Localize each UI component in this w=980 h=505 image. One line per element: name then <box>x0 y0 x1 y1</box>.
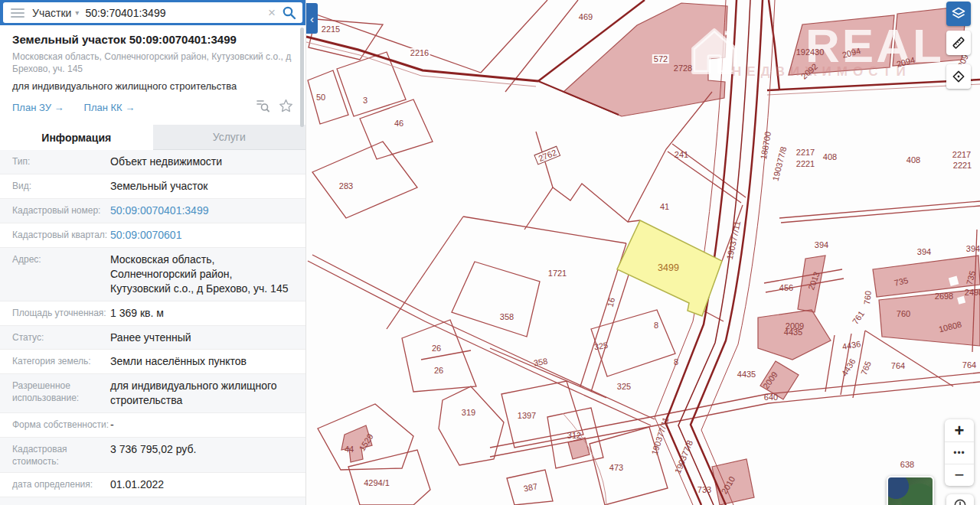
plan-kk-link[interactable]: План КК → <box>84 102 136 113</box>
field-value: Московская область, Солнечногорский райо… <box>110 252 293 296</box>
field-value: 01.01.2022 <box>110 477 164 492</box>
object-address-subtitle: Московская область, Солнечногорский райо… <box>12 50 293 75</box>
table-row: Площадь уточненная:1 369 кв. м <box>0 301 305 326</box>
table-row: дата определения:01.01.2022 <box>0 473 305 497</box>
chevron-down-icon: ▾ <box>75 8 79 17</box>
field-value: для индивидуального жилищного строительс… <box>110 379 293 408</box>
measure-ruler-button[interactable] <box>946 31 971 55</box>
search-bar: Участки ▾ × <box>0 0 305 25</box>
locate-crosshair-button[interactable] <box>946 64 971 89</box>
field-value: - <box>110 502 114 505</box>
field-label: дата определения: <box>12 477 110 492</box>
map-canvas[interactable]: REAL НЕДВИЖИМОСТИ 2215221646950346283572… <box>306 0 980 505</box>
field-label: Кадастровый квартал: <box>12 228 110 243</box>
favorite-star-icon[interactable] <box>279 99 293 116</box>
table-row: Кадастровая стоимость:3 736 795,02 руб. <box>0 438 305 473</box>
field-label: Вид: <box>12 179 110 194</box>
collapse-panel-button[interactable]: ‹ <box>306 3 318 34</box>
field-label: Форма собственности: <box>12 418 110 432</box>
search-box: Участки ▾ × <box>3 2 302 23</box>
table-row: Адрес:Московская область, Солнечногорски… <box>0 248 305 301</box>
table-row: Статус:Ранее учтенный <box>0 326 305 350</box>
field-value: Земли населённых пунктов <box>110 354 247 369</box>
field-label: Площадь уточненная: <box>12 306 110 321</box>
plan-links-row: План ЗУ → План КК → <box>12 99 293 116</box>
field-label: Разрешенное использование: <box>12 379 110 408</box>
field-value: 3 736 795,02 руб. <box>110 442 196 468</box>
field-label: Адрес: <box>12 252 110 296</box>
table-row: Форма собственности:- <box>0 413 305 438</box>
search-type-select[interactable]: Участки ▾ <box>32 7 79 19</box>
tab-services[interactable]: Услуги <box>153 125 306 150</box>
field-value-link[interactable]: 50:09:0070401:3499 <box>110 204 208 218</box>
zoom-out-button[interactable]: − <box>945 464 974 486</box>
zoom-control: + ••• − <box>945 419 974 486</box>
table-row: дата утверждения:- <box>0 497 305 505</box>
preview-search-icon[interactable] <box>255 99 270 116</box>
table-row: Разрешенное использование:для индивидуал… <box>0 374 305 413</box>
object-header: Земельный участок 50:09:0070401:3499 Мос… <box>0 25 305 122</box>
satellite-layer-button[interactable] <box>887 476 934 505</box>
panel-tabs: Информация Услуги <box>0 125 305 150</box>
search-type-label: Участки <box>32 7 71 19</box>
field-label: Кадастровая стоимость: <box>12 442 110 468</box>
attribution-button[interactable] <box>946 494 974 505</box>
more-options-button[interactable]: ••• <box>945 441 974 464</box>
field-value: Земельный участок <box>110 179 207 194</box>
field-label: Категория земель: <box>12 354 110 369</box>
field-label: Статус: <box>12 331 110 345</box>
field-label: Кадастровый номер: <box>12 204 110 218</box>
field-value: Объект недвижимости <box>110 155 222 169</box>
table-row: Кадастровый номер:50:09:0070401:3499 <box>0 199 305 223</box>
field-value: Ранее учтенный <box>110 331 191 345</box>
permitted-use-text: для индивидуального жилищного строительс… <box>12 80 293 92</box>
clear-search-icon[interactable]: × <box>268 6 276 19</box>
plan-zu-link[interactable]: План ЗУ → <box>12 102 64 113</box>
zoom-in-button[interactable]: + <box>945 419 974 441</box>
search-icon[interactable] <box>282 5 296 20</box>
page-title: Земельный участок 50:09:0070401:3499 <box>12 33 293 46</box>
table-row: Категория земель:Земли населённых пункто… <box>0 350 305 374</box>
field-label: Тип: <box>12 155 110 169</box>
table-row: Кадастровый квартал:50:09:0070601 <box>0 223 305 248</box>
table-row: Вид:Земельный участок <box>0 174 305 199</box>
search-input[interactable] <box>85 7 262 19</box>
cadastral-lines-layer <box>306 0 980 505</box>
field-label: дата утверждения: <box>12 502 110 505</box>
field-value: 1 369 кв. м <box>110 306 164 321</box>
table-row: Тип:Объект недвижимости <box>0 150 305 174</box>
panel-scrollbar-thumb[interactable] <box>300 28 304 127</box>
field-value-link[interactable]: 50:09:0070601 <box>110 228 181 243</box>
menu-icon[interactable] <box>9 7 26 19</box>
layers-button[interactable] <box>946 2 971 26</box>
tab-information[interactable]: Информация <box>0 125 153 150</box>
info-panel: Участки ▾ × Земельный участок 50:09:0070… <box>0 0 306 505</box>
info-table: Тип:Объект недвижимостиВид:Земельный уча… <box>0 150 305 505</box>
field-value: - <box>110 418 114 432</box>
